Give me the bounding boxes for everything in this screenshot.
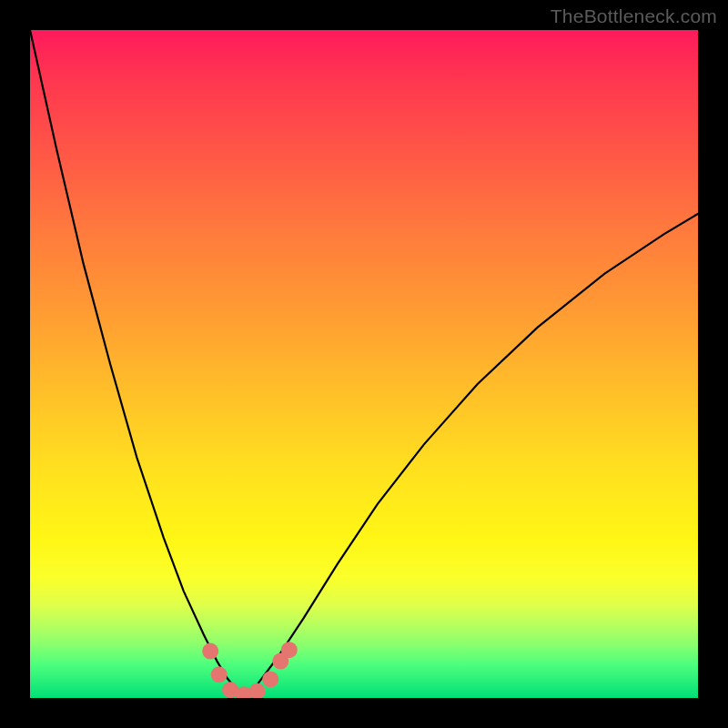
query-marker: [262, 671, 278, 687]
query-markers: [202, 642, 298, 698]
chart-frame: TheBottleneck.com: [0, 0, 728, 728]
bottleneck-curve: [30, 30, 698, 698]
curve-right-branch: [244, 214, 698, 694]
query-marker: [249, 683, 266, 698]
curve-left-branch: [30, 30, 244, 694]
plot-area: [30, 30, 698, 698]
attribution-text: TheBottleneck.com: [551, 5, 717, 27]
query-marker: [202, 643, 218, 660]
query-marker: [211, 666, 228, 682]
query-marker: [281, 642, 298, 658]
